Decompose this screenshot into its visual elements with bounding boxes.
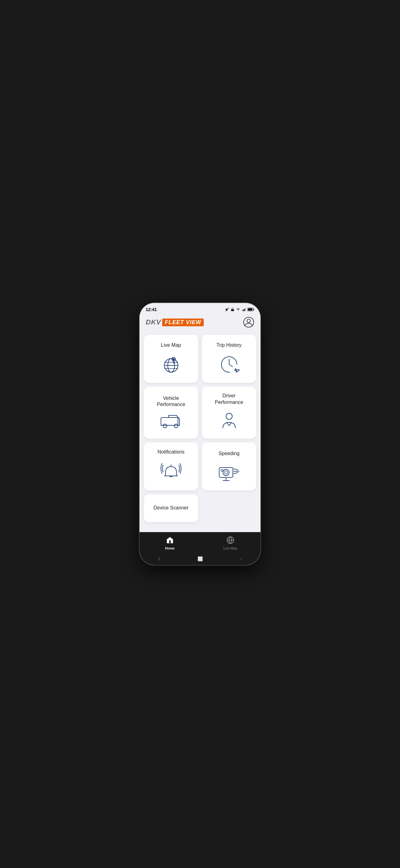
logo-container: DKV FLEET VIEW (146, 318, 204, 326)
speed-camera-icon (217, 462, 241, 482)
nav-home-icon[interactable]: ⬜ (198, 556, 203, 561)
svg-rect-9 (248, 309, 253, 310)
svg-line-31 (234, 472, 238, 474)
menu-card-trip-history[interactable]: Trip History (202, 335, 256, 383)
status-icons (225, 307, 254, 312)
menu-card-live-map[interactable]: Live Map (144, 335, 198, 383)
menu-grid: Live Map (144, 335, 256, 522)
mute-icon (225, 307, 229, 312)
svg-point-26 (223, 469, 229, 475)
card-label-notifications: Notifications (158, 449, 185, 456)
svg-point-22 (174, 424, 178, 428)
card-label-driver-performance: DriverPerformance (215, 393, 243, 406)
svg-rect-3 (242, 310, 243, 311)
svg-point-2 (238, 311, 238, 311)
svg-point-24 (226, 413, 232, 420)
svg-point-21 (163, 424, 167, 428)
tab-home-label: Home (165, 547, 174, 550)
menu-card-driver-performance[interactable]: DriverPerformance (202, 386, 256, 439)
lock-icon (231, 307, 234, 312)
nav-recent-icon[interactable]: ⫴ (158, 556, 160, 562)
tab-bar: Home Live Map (139, 532, 261, 554)
menu-card-notifications[interactable]: Notifications (144, 442, 198, 491)
phone-frame: 12:41 (139, 303, 261, 565)
clock-history-icon (218, 353, 240, 375)
bell-ring-icon (159, 460, 182, 484)
card-label-speeding: Speeding (219, 451, 240, 457)
wifi-icon (236, 308, 241, 311)
android-nav-bar: ⫴ ⬜ ‹ (139, 554, 261, 565)
van-icon (159, 413, 182, 430)
menu-card-vehicle-performance[interactable]: VehiclePerformance (144, 386, 198, 439)
live-map-tab-icon (226, 536, 234, 546)
battery-icon (247, 308, 254, 311)
nav-back-icon[interactable]: ‹ (240, 556, 242, 562)
svg-line-29 (234, 469, 238, 470)
tab-live-map[interactable]: Live Map (200, 532, 261, 554)
phone-screen: 12:41 (139, 303, 261, 565)
card-label-live-map: Live Map (161, 342, 181, 349)
svg-point-18 (173, 358, 174, 360)
globe-pin-icon (160, 353, 182, 375)
svg-rect-4 (243, 309, 244, 311)
svg-rect-8 (254, 309, 254, 310)
svg-point-27 (225, 471, 228, 474)
status-bar: 12:41 (139, 303, 261, 314)
home-tab-icon (166, 536, 174, 546)
menu-card-device-scanner[interactable]: Device Scanner (144, 494, 198, 522)
svg-rect-25 (219, 468, 233, 477)
svg-point-11 (247, 319, 251, 322)
signal-icon (242, 308, 246, 311)
main-content: Live Map (139, 332, 261, 532)
profile-button[interactable] (243, 317, 254, 328)
menu-card-speeding[interactable]: Speeding (202, 442, 256, 491)
logo-dkv: DKV (146, 318, 161, 326)
svg-rect-5 (244, 309, 245, 311)
card-label-vehicle-performance: VehiclePerformance (157, 395, 186, 408)
card-label-device-scanner: Device Scanner (154, 505, 189, 511)
svg-rect-28 (221, 469, 223, 471)
svg-rect-1 (231, 310, 234, 311)
status-time: 12:41 (146, 307, 157, 312)
svg-rect-6 (245, 308, 246, 311)
app-header: DKV FLEET VIEW (139, 314, 261, 332)
tab-home[interactable]: Home (139, 532, 200, 554)
person-icon (220, 411, 238, 432)
tab-live-map-label: Live Map (223, 547, 237, 550)
logo-fleet: FLEET VIEW (162, 318, 204, 326)
profile-avatar-icon (243, 317, 254, 328)
card-label-trip-history: Trip History (216, 342, 241, 349)
